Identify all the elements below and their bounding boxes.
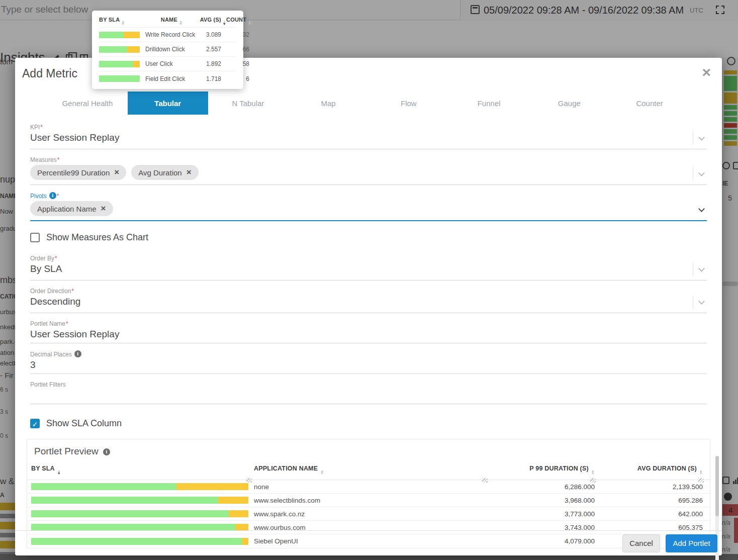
tab-flow[interactable]: Flow — [368, 91, 449, 115]
portlet-preview-title: Portlet Preview — [27, 439, 710, 462]
tab-general-health[interactable]: General Health — [47, 91, 128, 115]
tab-n-tabular[interactable]: N Tabular — [208, 91, 289, 115]
tooltip-row[interactable]: Drilldown Click 2.557 66 — [99, 42, 236, 57]
measures-chips: Percentile99 Duration× Avg Duration× — [30, 165, 707, 180]
tooltip-header: BY SLA▲▼ NAME▲▼ AVG (S)▲▼ COUNT▲▼ — [99, 15, 236, 28]
portlet-filters-field[interactable]: Portlet Filters — [30, 381, 707, 404]
col-by-sla[interactable]: BY SLA▲▼ — [31, 462, 254, 480]
sla-bar — [99, 75, 140, 82]
preview-table-header: BY SLA▲▼ APPLICATION NAME▲▼ P 99 DURATIO… — [27, 462, 710, 480]
portlet-name-field[interactable]: Portlet Name User Session Replay — [30, 320, 707, 343]
table-row[interactable]: www.selectblinds.com 3,968.000 695.286 — [27, 494, 710, 507]
column-resize-handle[interactable] — [698, 478, 704, 483]
tooltip-col-count[interactable]: COUNT▲▼ — [226, 17, 250, 25]
chevron-down-icon — [698, 298, 705, 305]
sort-icon: ▲▼ — [179, 20, 182, 25]
pivots-field[interactable]: Pivots Application Name× — [30, 192, 707, 221]
kpi-value: User Session Replay — [30, 132, 707, 144]
p99-cell: 6,286.000 — [490, 483, 598, 491]
order-direction-dropdown-toggle[interactable] — [693, 296, 707, 309]
column-resize-handle[interactable] — [482, 478, 488, 483]
table-row[interactable]: www.spark.co.nz 3,773.000 642.000 — [27, 507, 710, 521]
show-measures-as-chart-row[interactable]: Show Measures As Chart — [30, 232, 707, 243]
sla-bar — [31, 510, 248, 517]
portlet-name-input[interactable]: User Session Replay — [30, 329, 707, 341]
sort-icon: ▲▼ — [248, 20, 251, 25]
pivots-chips: Application Name× — [30, 201, 707, 216]
show-sla-column-row[interactable]: Show SLA Column — [30, 418, 707, 429]
show-sla-column-checkbox[interactable] — [30, 419, 40, 428]
column-resize-handle[interactable] — [590, 478, 596, 483]
pivot-chip[interactable]: Application Name× — [30, 201, 113, 216]
sla-bar — [31, 483, 248, 490]
chevron-down-icon — [698, 134, 705, 141]
p99-cell: 3,968.000 — [490, 497, 598, 504]
order-direction-label: Order Direction — [30, 288, 707, 295]
close-icon[interactable]: × — [702, 65, 711, 80]
pivots-label: Pivots — [30, 192, 707, 200]
measure-chip[interactable]: Percentile99 Duration× — [30, 165, 126, 180]
tooltip-row[interactable]: Field Edit Click 1.718 6 — [99, 71, 236, 86]
avg-cell: 3.089 — [198, 31, 226, 38]
remove-chip-icon[interactable]: × — [187, 169, 192, 176]
tooltip-col-name[interactable]: NAME▲▼ — [145, 17, 198, 25]
decimal-places-input[interactable]: 3 — [30, 359, 707, 371]
table-row[interactable]: none 6,286.000 2,139.500 — [27, 480, 710, 494]
col-avg-duration[interactable]: AVG DURATION (S)▲▼ — [598, 462, 706, 480]
col-application-name[interactable]: APPLICATION NAME▲▼ — [254, 462, 490, 480]
kpi-dropdown-toggle[interactable] — [693, 132, 707, 145]
sla-hover-tooltip: BY SLA▲▼ NAME▲▼ AVG (S)▲▼ COUNT▲▼ Write … — [92, 11, 243, 89]
add-metric-dialog: Add Metric × General Health Tabular N Ta… — [15, 58, 722, 555]
dialog-title: Add Metric — [22, 67, 77, 80]
portlet-filters-label: Portlet Filters — [30, 381, 707, 388]
tab-gauge[interactable]: Gauge — [529, 91, 610, 115]
tab-counter[interactable]: Counter — [609, 91, 690, 115]
tooltip-col-avg[interactable]: AVG (S)▲▼ — [198, 17, 226, 25]
avg-cell: 2,139.500 — [598, 483, 706, 491]
info-icon[interactable] — [74, 350, 81, 357]
measures-field[interactable]: Measures Percentile99 Duration× Avg Dura… — [30, 156, 707, 185]
cancel-button[interactable]: Cancel — [622, 534, 660, 552]
application-name-cell: none — [254, 483, 490, 491]
tooltip-row[interactable]: Write Record Click 3.089 32 — [99, 28, 236, 42]
sort-icon: ▲▼ — [121, 20, 125, 25]
decimal-places-label: Decimal Places — [30, 350, 707, 358]
order-direction-value: Descending — [30, 296, 707, 308]
col-p99-duration[interactable]: P 99 DURATION (S)▲▼ — [490, 462, 598, 480]
pivots-dropdown-toggle[interactable] — [693, 203, 707, 216]
decimal-places-field[interactable]: Decimal Places 3 — [30, 350, 707, 374]
kpi-field[interactable]: KPI User Session Replay — [30, 124, 707, 149]
measures-label: Measures — [30, 156, 707, 163]
remove-chip-icon[interactable]: × — [114, 169, 119, 176]
column-resize-handle[interactable] — [246, 478, 252, 483]
order-direction-field[interactable]: Order Direction Descending — [30, 288, 707, 313]
tab-map[interactable]: Map — [288, 91, 368, 115]
tab-funnel[interactable]: Funnel — [449, 91, 529, 115]
tab-tabular[interactable]: Tabular — [128, 91, 208, 115]
screen: Type or select below 05/09/2022 09:28 AM… — [0, 0, 738, 560]
portlet-filters-input[interactable] — [30, 390, 707, 402]
avg-cell: 1.718 — [198, 75, 226, 82]
order-by-dropdown-toggle[interactable] — [693, 263, 707, 276]
add-portlet-button[interactable]: Add Portlet — [666, 534, 717, 552]
event-name-cell: Field Edit Click — [145, 75, 198, 82]
avg-cell: 1.892 — [198, 60, 226, 67]
chip-label: Application Name — [37, 205, 97, 213]
info-icon[interactable] — [49, 192, 56, 199]
chevron-down-icon — [698, 170, 705, 176]
order-by-label: Order By — [30, 255, 707, 262]
chevron-down-icon — [698, 206, 705, 212]
remove-chip-icon[interactable]: × — [101, 205, 106, 212]
scrollbar-thumb[interactable] — [715, 456, 719, 516]
measures-dropdown-toggle[interactable] — [693, 167, 707, 180]
count-cell: 66 — [226, 46, 250, 53]
event-name-cell: User Click — [145, 60, 198, 67]
tooltip-col-by-sla[interactable]: BY SLA▲▼ — [99, 17, 145, 25]
tooltip-row[interactable]: User Click 1.892 58 — [99, 57, 236, 71]
show-measures-as-chart-checkbox[interactable] — [30, 233, 40, 242]
avg-cell: 2.557 — [198, 46, 226, 53]
order-by-field[interactable]: Order By By SLA — [30, 255, 707, 281]
info-icon[interactable] — [103, 448, 110, 455]
measure-chip[interactable]: Avg Duration× — [131, 165, 198, 180]
event-name-cell: Drilldown Click — [145, 46, 198, 53]
